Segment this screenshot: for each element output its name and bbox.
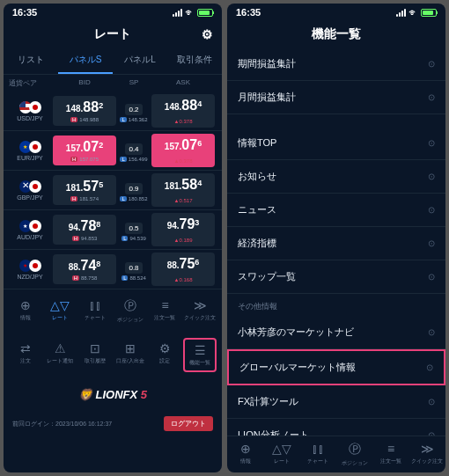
bid-box[interactable]: 88.748 H88.758 xyxy=(53,254,116,284)
nav-item[interactable]: Ⓟポジション xyxy=(336,442,372,467)
toolbar-item[interactable]: ⚙設定 xyxy=(149,338,182,372)
list-item-label: LION分析ノート xyxy=(238,428,309,436)
list-item[interactable]: 期間損益集計⊙ xyxy=(227,48,445,81)
ask-box[interactable]: 181.584 ▲0.517 xyxy=(151,173,215,207)
bid-box[interactable]: 181.575 H181.574 xyxy=(53,175,116,205)
rate-row[interactable]: GBP/JPY 181.575 H181.574 0.9 L180.852 18… xyxy=(4,171,222,210)
list-item[interactable]: 月間損益集計⊙ xyxy=(227,81,445,114)
nav-label: 情報 xyxy=(240,458,251,465)
list-item[interactable]: グローバルマーケット情報⊙ xyxy=(227,349,445,385)
toolbar-item[interactable]: ⚠レート通知 xyxy=(44,338,77,372)
header: 機能一覧 xyxy=(227,21,445,48)
section-header: その他情報 xyxy=(227,294,445,316)
toolbar-label: 機能一覧 xyxy=(189,359,210,367)
pair-name: NZD/JPY xyxy=(17,274,42,280)
list-item-label: グローバルマーケット情報 xyxy=(239,361,356,374)
toolbar-icon: ⫿⫿ xyxy=(89,298,101,312)
rate-row[interactable]: USD/JPY 148.882 H148.988 0.2 L148.362 14… xyxy=(4,92,222,131)
tab-panel-s[interactable]: パネルS xyxy=(58,48,113,74)
battery-icon xyxy=(197,9,213,17)
nav-icon: ≡ xyxy=(387,442,394,456)
column-headers: 通貨ペア BID SP ASK xyxy=(4,75,222,92)
bid-box[interactable]: 94.788 H94.853 xyxy=(53,215,116,245)
nav-label: クイック注文 xyxy=(411,458,443,465)
list-item-label: 小林芳彦のマーケットナビ xyxy=(238,326,354,339)
bid-box[interactable]: 148.882 H148.988 xyxy=(53,96,116,126)
toolbar-icon: ≡ xyxy=(161,298,168,312)
ask-box[interactable]: 88.756 ▲0.168 xyxy=(151,253,215,286)
signal-icon xyxy=(173,9,182,17)
nav-item[interactable]: ≫クイック注文 xyxy=(409,442,445,467)
ask-box[interactable]: 157.076 ▲0.378 xyxy=(151,134,215,167)
toolbar-icon: ⊞ xyxy=(125,341,136,355)
toolbar-item[interactable]: ≫クイック注文 xyxy=(183,295,217,327)
toolbar-label: ポジション xyxy=(117,316,144,324)
logout-button[interactable]: ログアウト xyxy=(164,416,213,431)
nav-item[interactable]: △▽レート xyxy=(263,442,299,467)
chevron-right-icon: ⊙ xyxy=(428,172,435,181)
pair-name: AUD/JPY xyxy=(17,234,43,240)
nav-item[interactable]: ≡注文一覧 xyxy=(372,442,409,467)
nav-label: チャート xyxy=(307,458,328,465)
wifi-icon: ᯤ xyxy=(185,7,195,18)
pair-name: EUR/JPY xyxy=(17,155,43,161)
toolbar-label: 注文一覧 xyxy=(154,314,175,322)
col-pair: 通貨ペア xyxy=(9,78,51,88)
spread-cell: 0.4 L156.499 xyxy=(118,139,150,162)
menu-list: 期間損益集計⊙月間損益集計⊙情報TOP⊙お知らせ⊙ニュース⊙経済指標⊙スワップ一… xyxy=(227,48,445,436)
toolbar-item[interactable]: ⊕情報 xyxy=(9,295,42,327)
tab-conditions[interactable]: 取引条件 xyxy=(167,48,222,74)
ask-box[interactable]: 148.884 ▲0.378 xyxy=(151,94,215,128)
list-item[interactable]: 経済指標⊙ xyxy=(227,227,445,260)
toolbar-icon: ≫ xyxy=(194,298,207,312)
list-item[interactable]: スワップ一覧⊙ xyxy=(227,260,445,294)
toolbar-label: レート通知 xyxy=(47,357,73,365)
toolbar-item[interactable]: ⊡取引履歴 xyxy=(78,338,112,372)
logo: 🦁 LIONFX 5 xyxy=(78,388,147,401)
bid-box[interactable]: 157.072 H157.075 xyxy=(53,135,116,165)
spread-cell: 0.2 L148.362 xyxy=(118,99,150,122)
pair-name: GBP/JPY xyxy=(17,194,43,201)
rate-row[interactable]: EUR/JPY 157.072 H157.075 0.4 L156.499 15… xyxy=(4,131,222,171)
wifi-icon: ᯤ xyxy=(409,7,418,18)
tab-panel-l[interactable]: パネルL xyxy=(113,48,167,74)
nav-item[interactable]: ⊕情報 xyxy=(227,442,263,467)
status-bar: 16:35 ᯤ xyxy=(4,4,222,21)
header: レート ⚙ xyxy=(4,21,222,48)
toolbar-item[interactable]: Ⓟポジション xyxy=(114,295,147,327)
toolbar-item[interactable]: △▽レート xyxy=(44,295,77,327)
toolbar-icon: ☰ xyxy=(195,343,206,357)
list-item[interactable]: 情報TOP⊙ xyxy=(227,127,445,160)
header-title: レート xyxy=(94,26,131,42)
phone-right: 16:35 ᯤ 機能一覧 期間損益集計⊙月間損益集計⊙情報TOP⊙お知らせ⊙ニュ… xyxy=(227,4,445,472)
login-row: 前回ログイン：2023/10/06 16:12:37 ログアウト xyxy=(4,411,222,440)
toolbar-item[interactable]: ☰機能一覧 xyxy=(183,338,217,372)
status-time: 16:35 xyxy=(236,7,261,18)
status-bar: 16:35 ᯤ xyxy=(227,4,445,21)
status-icons: ᯤ xyxy=(396,7,437,18)
toolbar-item[interactable]: ⇄注文 xyxy=(9,338,42,372)
toolbar-label: 取引履歴 xyxy=(85,357,106,365)
ask-box[interactable]: 94.793 ▲0.189 xyxy=(151,213,215,246)
nav-label: 注文一覧 xyxy=(380,458,401,465)
toolbar-item[interactable]: ⫿⫿チャート xyxy=(78,295,112,327)
list-item[interactable]: LION分析ノート⊙ xyxy=(227,419,445,436)
toolbar-label: 口座/入出金 xyxy=(116,357,144,365)
flag-pair-icon xyxy=(19,260,41,272)
toolbar-row-1: ⊕情報△▽レート⫿⫿チャートⓅポジション≡注文一覧≫クイック注文 xyxy=(4,289,222,333)
list-item[interactable]: ニュース⊙ xyxy=(227,194,445,227)
list-item-label: 月間損益集計 xyxy=(238,91,296,104)
toolbar-item[interactable]: ≡注文一覧 xyxy=(149,295,182,327)
tab-list[interactable]: リスト xyxy=(4,48,58,74)
signal-icon xyxy=(396,9,406,17)
rate-row[interactable]: AUD/JPY 94.788 H94.853 0.5 L94.539 94.79… xyxy=(4,210,222,250)
rate-row[interactable]: NZD/JPY 88.748 H88.758 0.8 L88.524 88.75… xyxy=(4,250,222,289)
toolbar-item[interactable]: ⊞口座/入出金 xyxy=(114,338,147,372)
nav-item[interactable]: ⫿⫿チャート xyxy=(300,442,336,467)
list-item-label: スワップ一覧 xyxy=(238,270,296,283)
list-item[interactable]: お知らせ⊙ xyxy=(227,160,445,194)
list-item[interactable]: 小林芳彦のマーケットナビ⊙ xyxy=(227,316,445,349)
chevron-right-icon: ⊙ xyxy=(428,397,435,406)
gear-icon[interactable]: ⚙ xyxy=(202,27,213,41)
list-item[interactable]: FX計算ツール⊙ xyxy=(227,385,445,419)
